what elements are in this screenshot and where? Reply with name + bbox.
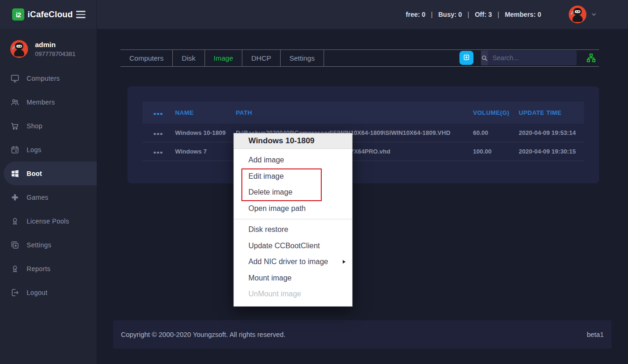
submenu-arrow-icon [343,260,346,264]
menu-item-open-image-path[interactable]: Open image path [234,201,352,217]
badge-icon [10,217,20,226]
icafecloud-logo-icon: i2 [12,8,24,21]
sidebar-item-label: Settings [27,241,51,249]
status-busy: Busy: 0 [438,11,462,18]
status-members: Members: 0 [505,11,541,18]
images-card: NAME PATH VOLUME(G) UPDATE TIME Windows … [127,86,599,183]
tab-image[interactable]: Image [205,50,243,66]
sidebar-item-games[interactable]: Games [0,185,97,209]
status-off: Off: 3 [475,11,492,18]
menu-item-mount-image[interactable]: Mount image [234,270,352,287]
sidebar-item-label: Reports [27,265,50,273]
tab-disk[interactable]: Disk [173,50,205,66]
app-window: i2 iCafeCloud free: 0 | Busy: 0 | Off: 3… [0,0,628,364]
icafecloud-logo-text: iCafeCloud [28,10,73,20]
tab-settings[interactable]: Settings [281,50,324,66]
context-menu-list: Add image Edit image Delete image Open i… [234,149,352,306]
status-separator: | [431,11,433,18]
topbar-right-section: free: 0 | Busy: 0 | Off: 3 | Members: 0 [97,0,628,29]
actions-ellipsis-icon[interactable] [154,113,162,115]
windows-icon [10,169,20,178]
sidebar-user-phone: 097778704381 [35,50,76,57]
add-image-button[interactable] [459,51,473,65]
sidebar-item-logs[interactable]: Logs [0,138,97,161]
table-row[interactable]: Windows 7 D:\Backup20200409\Compressed\S… [142,142,584,161]
menu-divider [234,219,352,219]
sidebar-item-reports[interactable]: Reports [0,257,97,280]
sidebar-item-label: Logs [27,146,42,154]
sidebar-item-license-pools[interactable]: License Pools [0,209,97,233]
search-input[interactable] [488,50,577,65]
menu-item-delete-image[interactable]: Delete image [234,184,352,201]
plus-square-icon [462,53,471,63]
menu-item-add-image[interactable]: Add image [234,152,352,168]
sidebar-item-label: Boot [27,170,42,177]
layers-icon [10,240,20,250]
sidebar: admin 097778704381 Computers Members Sho… [0,29,97,364]
copyright-text: Copyright © 2000-2020 Youngzsoft. All ri… [121,331,285,338]
image-name: Windows 10-1809 [171,129,232,136]
status-bar: free: 0 | Busy: 0 | Off: 3 | Members: 0 [406,0,541,29]
context-menu-title: Windows 10-1809 [234,133,352,149]
menu-item-edit-image[interactable]: Edit image [234,168,352,185]
status-separator: | [498,11,500,18]
menu-item-unmount-image: UnMount image [234,286,352,302]
menu-item-update-ccbootclient[interactable]: Update CCBootClient [234,238,352,254]
row-actions-icon[interactable] [154,152,162,154]
context-menu: Windows 10-1809 Add image Edit image Del… [233,133,353,307]
image-volume: 60.00 [469,129,515,136]
users-icon [10,98,20,107]
sidebar-nav: Computers Members Shop Logs Boot Games [0,66,97,304]
images-table: NAME PATH VOLUME(G) UPDATE TIME Windows … [142,102,584,161]
main-content: Computers Disk Image DHCP Settings NAME … [97,29,628,364]
topbar: i2 iCafeCloud free: 0 | Busy: 0 | Off: 3… [0,0,628,29]
image-update-time: 2020-04-09 19:30:15 [515,148,584,155]
sidebar-item-label: Games [27,194,49,201]
chevron-down-icon[interactable] [591,11,597,20]
tab-computers[interactable]: Computers [120,50,173,66]
sidebar-item-computers[interactable]: Computers [0,66,97,90]
version-badge: beta1 [587,331,604,338]
column-header-path[interactable]: PATH [232,109,469,116]
hamburger-menu-button[interactable] [74,9,87,20]
search-icon [481,50,488,65]
logout-icon [10,288,20,297]
status-free: free: 0 [406,11,425,18]
sidebar-item-label: Members [27,98,55,106]
sidebar-item-boot[interactable]: Boot [4,161,97,185]
footer: Copyright © 2000-2020 Youngzsoft. All ri… [113,320,612,349]
column-header-volume[interactable]: VOLUME(G) [469,109,515,116]
topbar-brand-section: i2 iCafeCloud [0,0,97,29]
sidebar-item-shop[interactable]: Shop [0,114,97,138]
cart-icon [10,121,20,131]
user-avatar[interactable] [569,6,586,23]
tab-dhcp[interactable]: DHCP [242,50,281,66]
badge-icon [10,264,20,273]
sidebar-item-label: Logout [27,289,48,296]
sidebar-user-avatar[interactable] [10,40,28,58]
sidebar-item-members[interactable]: Members [0,90,97,114]
search-box [481,50,577,65]
sidebar-item-label: Shop [27,122,42,130]
image-volume: 100.00 [469,148,515,155]
table-row[interactable]: Windows 10-1809 D:\Backup20200409\Compre… [142,124,584,142]
column-header-name[interactable]: NAME [171,109,232,116]
image-name: Windows 7 [171,148,232,155]
sidebar-item-label: License Pools [27,217,69,225]
column-header-update-time[interactable]: UPDATE TIME [515,109,584,116]
table-header-row: NAME PATH VOLUME(G) UPDATE TIME [142,102,584,124]
image-update-time: 2020-04-09 19:53:14 [515,129,584,136]
menu-item-add-nic-driver[interactable]: Add NIC driver to image [234,254,352,270]
sidebar-user-name: admin [35,41,76,49]
sitemap-icon[interactable] [586,53,596,64]
menu-item-disk-restore[interactable]: Disk restore [234,222,352,238]
calendar-icon [10,145,20,154]
sidebar-item-logout[interactable]: Logout [0,280,97,304]
gamepad-icon [10,193,20,202]
menu-item-label: Add NIC driver to image [248,258,328,266]
icafecloud-logo[interactable]: i2 iCafeCloud [12,8,73,21]
monitor-icon [10,74,20,83]
sidebar-item-label: Computers [27,75,60,82]
sidebar-item-settings[interactable]: Settings [0,233,97,257]
row-actions-icon[interactable] [154,133,162,135]
